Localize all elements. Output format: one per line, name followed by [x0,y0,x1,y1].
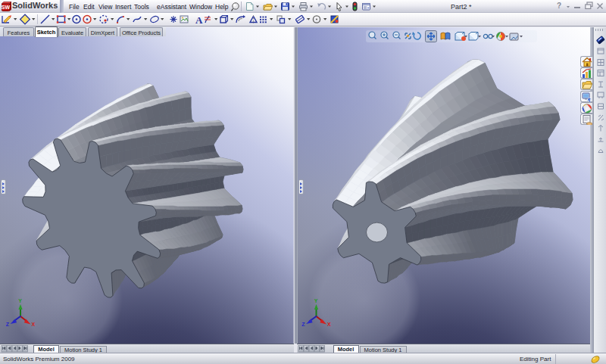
svg-text:X: X [327,322,331,327]
svg-text:A: A [195,14,203,26]
svg-text:SW: SW [2,5,11,10]
svg-text:Y: Y [18,298,22,303]
svg-text:Z: Z [301,322,305,327]
svg-text:Y: Y [314,298,317,303]
svg-text:X: X [32,322,36,327]
svg-text:Z: Z [6,322,10,327]
